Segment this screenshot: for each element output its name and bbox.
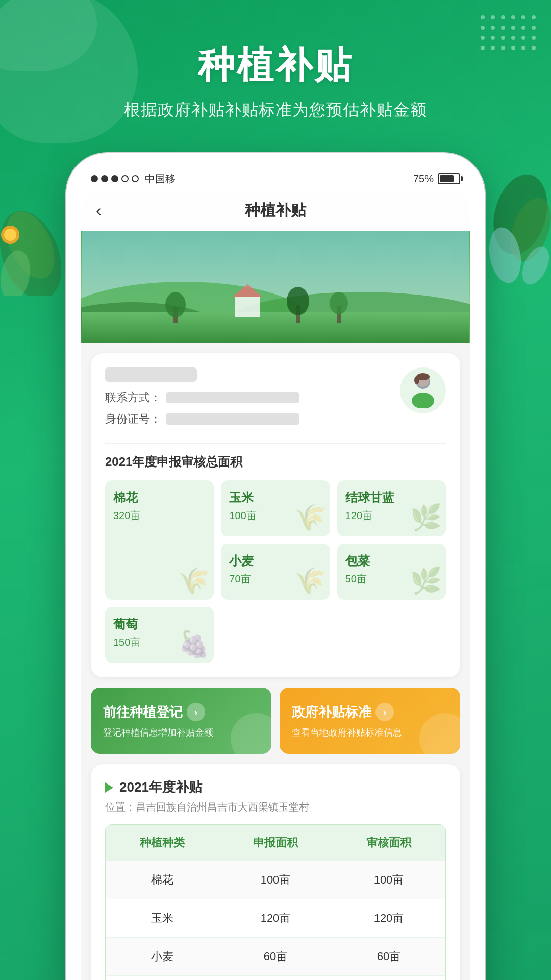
crop-item-corn: 玉米 100亩 🌾	[221, 480, 330, 536]
cell-approved-0: 100亩	[332, 861, 445, 899]
crop-icon-corn: 🌾	[294, 503, 326, 532]
cell-type-1: 玉米	[106, 899, 219, 937]
phone-screen: ‹ 种植补贴	[81, 190, 470, 980]
table-header: 种植种类 申报面积 审核面积	[106, 825, 445, 861]
battery-fill	[440, 175, 454, 182]
cell-type-2: 小麦	[106, 938, 219, 975]
user-avatar	[400, 368, 446, 413]
crop-icon-cabbage: 🌿	[410, 503, 442, 532]
carrier-text: 中国移	[145, 172, 176, 186]
subsidy-title: 2021年度补贴	[119, 778, 202, 796]
crop-item-pakchoi: 包菜 50亩 🌿	[337, 544, 446, 600]
user-info-card: 联系方式： 身份证号：	[91, 353, 460, 677]
battery-percent: 75%	[413, 173, 434, 185]
planting-register-button[interactable]: 前往种植登记 › 登记种植信息增加补贴金额	[91, 688, 271, 754]
page-subtitle: 根据政府补贴补贴标准为您预估补贴金额	[0, 99, 551, 121]
cell-approved-1: 120亩	[332, 899, 445, 937]
cell-declared-2: 60亩	[219, 938, 332, 975]
table-header-approved: 审核面积	[332, 825, 445, 861]
cell-declared-1: 120亩	[219, 899, 332, 937]
crop-name-cotton: 棉花	[113, 489, 206, 506]
contact-blurred	[166, 392, 299, 403]
cell-declared-0: 100亩	[219, 861, 332, 899]
app-content: 联系方式： 身份证号：	[81, 353, 470, 980]
crop-icon-pakchoi: 🌿	[410, 566, 442, 596]
area-section-title: 2021年度申报审核总面积	[105, 454, 446, 470]
cell-declared-3: 50亩	[219, 976, 332, 980]
table-row-0: 棉花 100亩 100亩	[106, 861, 445, 899]
table-row-2: 小麦 60亩 60亩	[106, 937, 445, 975]
svg-point-26	[414, 376, 419, 384]
id-label: 身份证号：	[105, 411, 161, 427]
svg-point-17	[165, 292, 186, 317]
status-bar: 中国移 75%	[81, 167, 470, 190]
signal-dot-4	[121, 175, 129, 182]
table-header-type: 种植种类	[106, 825, 219, 861]
page-header: 种植补贴 根据政府补贴补贴标准为您预估补贴金额	[0, 0, 551, 121]
crop-icon-cotton: 🌾	[178, 566, 210, 596]
register-btn-title: 前往种植登记 ›	[103, 703, 259, 721]
cell-type-3: 结球甘蓝	[106, 976, 219, 980]
status-bar-left: 中国移	[91, 172, 176, 186]
crop-icon-grape: 🍇	[178, 629, 210, 659]
app-navbar: ‹ 种植补贴	[81, 190, 470, 231]
svg-point-19	[287, 287, 309, 315]
cell-approved-2: 60亩	[332, 938, 445, 975]
phone-mockup: 中国移 75% ‹ 种植补贴	[66, 153, 485, 980]
app-hero	[81, 231, 470, 343]
user-id-field: 身份证号：	[105, 411, 400, 427]
crop-item-wheat: 小麦 70亩 🌾	[221, 544, 330, 600]
user-details: 联系方式： 身份证号：	[105, 368, 400, 433]
subsidy-triangle-icon	[105, 782, 113, 793]
id-blurred	[166, 413, 299, 425]
cell-type-0: 棉花	[106, 861, 219, 899]
crop-grid: 棉花 320亩 🌾 玉米 100亩 🌾 结球甘蓝 120亩	[105, 480, 446, 663]
subsidy-location: 位置：昌吉回族自治州昌吉市大西渠镇玉堂村	[105, 800, 446, 814]
cell-approved-3: 50亩	[332, 976, 445, 980]
signal-dot-3	[111, 175, 118, 182]
leaf-left	[0, 194, 61, 296]
svg-point-4	[4, 229, 16, 241]
signal-dot-1	[91, 175, 98, 182]
page-title: 种植补贴	[0, 41, 551, 90]
phone-frame: 中国移 75% ‹ 种植补贴	[66, 153, 485, 980]
table-row-1: 玉米 120亩 120亩	[106, 899, 445, 937]
battery-icon	[438, 173, 460, 184]
user-info: 联系方式： 身份证号：	[105, 368, 446, 433]
crop-area-cotton: 320亩	[113, 509, 206, 523]
divider	[105, 443, 446, 444]
signal-dot-2	[101, 175, 108, 182]
leaf-right	[485, 163, 551, 291]
svg-point-21	[330, 292, 348, 314]
table-header-declared: 申报面积	[219, 825, 332, 861]
subsidy-arrow-icon: ›	[375, 703, 394, 721]
crop-item-grape: 葡萄 150亩 🍇	[105, 607, 214, 663]
user-contact-field: 联系方式：	[105, 390, 400, 405]
subsidy-table: 种植种类 申报面积 审核面积 棉花 100亩 100亩 玉米 120亩	[105, 824, 446, 980]
nav-back-button[interactable]: ‹	[96, 201, 102, 220]
nav-title: 种植补贴	[245, 200, 306, 221]
action-row: 前往种植登记 › 登记种植信息增加补贴金额 政府补贴标准 › 查看当地政府补贴标…	[91, 688, 460, 754]
table-row-3: 结球甘蓝 50亩 50亩	[106, 975, 445, 980]
battery-area: 75%	[413, 173, 460, 185]
subsidy-btn-title: 政府补贴标准 ›	[292, 703, 448, 721]
subsidy-standard-button[interactable]: 政府补贴标准 › 查看当地政府补贴标准信息	[280, 688, 460, 754]
svg-point-23	[412, 393, 434, 408]
register-arrow-icon: ›	[187, 703, 205, 721]
svg-rect-13	[82, 312, 469, 343]
signal-dot-5	[132, 175, 139, 182]
user-name-blurred	[105, 368, 197, 382]
crop-icon-wheat: 🌾	[294, 566, 326, 596]
subsidy-card: 2021年度补贴 位置：昌吉回族自治州昌吉市大西渠镇玉堂村 种植种类 申报面积 …	[91, 764, 460, 980]
svg-rect-14	[235, 297, 260, 317]
crop-item-cotton: 棉花 320亩 🌾	[105, 480, 214, 600]
contact-label: 联系方式：	[105, 390, 161, 405]
subsidy-header: 2021年度补贴	[105, 778, 446, 796]
crop-item-cabbage: 结球甘蓝 120亩 🌿	[337, 480, 446, 536]
